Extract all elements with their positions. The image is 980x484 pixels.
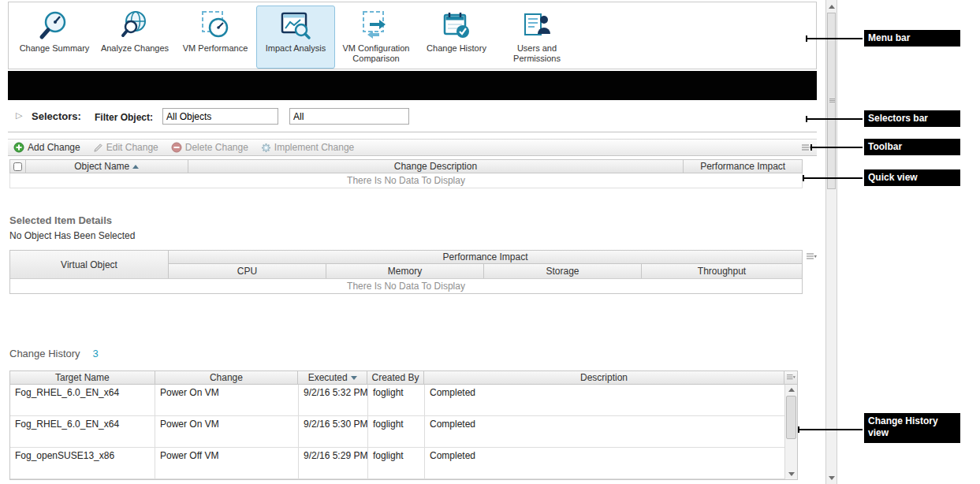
delete-change-button[interactable]: Delete Change	[171, 142, 248, 153]
menu-item-label: VM Performance	[183, 43, 248, 54]
menu-item-impact-analysis[interactable]: Impact Analysis	[256, 6, 335, 69]
callout-quick-view: Quick view	[864, 169, 960, 186]
change-history-customizer-icon[interactable]	[784, 371, 797, 384]
delete-icon	[171, 142, 182, 153]
change-history-body: Fog_RHEL_6.0_EN_x64 Power On VM 9/2/16 5…	[10, 385, 797, 479]
menu-item-users-and-permissions[interactable]: Users and Permissions	[497, 6, 576, 69]
menu-bar: Change Summary Analyze Changes	[8, 2, 817, 69]
change-history-scrollbar[interactable]	[784, 385, 797, 479]
callout-menu-bar: Menu bar	[864, 30, 960, 47]
selectors-label: Selectors:	[32, 110, 81, 122]
table-row[interactable]: Fog_RHEL_6.0_EN_x64 Power On VM 9/2/16 5…	[10, 416, 797, 448]
change-history-count: 3	[93, 348, 99, 359]
no-object-selected-text: No Object Has Been Selected	[9, 230, 135, 241]
menu-item-label: Analyze Changes	[101, 43, 169, 54]
menu-item-label: VM Configuration Comparison	[337, 43, 415, 64]
cell-description: Completed	[425, 448, 786, 478]
users-and-permissions-icon	[521, 9, 553, 41]
change-summary-icon	[39, 9, 70, 41]
implement-change-button[interactable]: Implement Change	[261, 142, 354, 153]
table-row[interactable]: Fog_openSUSE13_x86 Power Off VM 9/2/16 5…	[10, 448, 797, 479]
impact-analysis-icon	[280, 9, 311, 41]
cell-target-name: Fog_RHEL_6.0_EN_x64	[10, 416, 155, 447]
filter-scope-input[interactable]	[289, 108, 409, 125]
vm-configuration-comparison-icon	[360, 9, 392, 41]
callout-toolbar: Toolbar	[864, 139, 960, 155]
cell-target-name: Fog_openSUSE13_x86	[10, 448, 155, 478]
add-change-button[interactable]: Add Change	[13, 142, 80, 153]
column-header-change-description[interactable]: Change Description	[188, 160, 684, 173]
column-header-storage[interactable]: Storage	[484, 264, 642, 278]
impact-analysis-screen: Change Summary Analyze Changes	[0, 0, 980, 484]
scroll-up-icon[interactable]	[826, 1, 837, 12]
menu-item-change-history[interactable]: Change History	[417, 6, 496, 69]
cell-change: Power On VM	[155, 416, 299, 447]
column-header-cpu[interactable]: CPU	[169, 264, 326, 278]
scroll-down-icon[interactable]	[826, 472, 837, 483]
cell-target-name: Fog_RHEL_6.0_EN_x64	[10, 385, 155, 415]
details-customizer-icon[interactable]	[806, 252, 817, 262]
callout-line-selectors-bar	[806, 118, 863, 120]
callout-line-toolbar	[810, 147, 863, 148]
column-header-change[interactable]: Change	[155, 371, 299, 384]
column-header-performance-impact-group: Performance Impact	[169, 251, 802, 264]
quick-view-table: Object Name Change Description Performan…	[9, 159, 803, 188]
filter-object-input[interactable]	[162, 108, 278, 125]
column-header-description[interactable]: Description	[424, 371, 784, 384]
implement-change-label: Implement Change	[274, 142, 354, 153]
column-header-executed[interactable]: Executed	[298, 371, 367, 384]
column-header-performance-impact[interactable]: Performance Impact	[684, 160, 802, 173]
cell-description: Completed	[425, 416, 786, 447]
select-all-cell	[10, 160, 26, 173]
page-scrollbar[interactable]	[825, 0, 837, 484]
menu-item-vm-configuration-comparison[interactable]: VM Configuration Comparison	[337, 6, 415, 69]
scroll-down-icon[interactable]	[785, 469, 797, 479]
edit-change-button[interactable]: Edit Change	[93, 142, 158, 153]
vm-performance-icon	[199, 9, 231, 41]
quick-view-empty-message: There Is No Data To Display	[9, 173, 803, 188]
cell-created-by: foglight	[368, 448, 425, 478]
cell-change: Power On VM	[155, 385, 299, 415]
callout-line-change-history-view	[798, 429, 863, 430]
cell-created-by: foglight	[368, 385, 425, 415]
change-history-table: Target Name Change Executed Created By D…	[9, 370, 798, 480]
menu-item-label: Users and Permissions	[498, 43, 576, 64]
details-empty-message: There Is No Data To Display	[10, 278, 802, 293]
change-history-title: Change History3	[9, 348, 99, 359]
menu-item-vm-performance[interactable]: VM Performance	[176, 6, 255, 69]
select-all-checkbox[interactable]	[13, 162, 22, 171]
add-change-label: Add Change	[28, 142, 80, 153]
implement-icon	[261, 143, 271, 153]
cell-description: Completed	[425, 385, 786, 415]
scrollbar-thumb[interactable]	[786, 396, 796, 439]
menu-item-analyze-changes[interactable]: Analyze Changes	[95, 6, 174, 69]
selected-item-details-table: Virtual Object Performance Impact CPU Me…	[9, 250, 803, 294]
column-header-throughput[interactable]: Throughput	[642, 264, 802, 278]
sort-asc-icon	[132, 165, 139, 169]
callout-line-quick-view	[803, 177, 863, 179]
menu-item-label: Change Summary	[20, 43, 90, 54]
quick-view-header: Object Name Change Description Performan…	[9, 159, 803, 173]
callout-line-menu-bar	[806, 38, 863, 39]
edit-icon	[93, 143, 103, 153]
cell-created-by: foglight	[368, 416, 425, 447]
column-header-target-name[interactable]: Target Name	[10, 371, 155, 384]
column-header-memory[interactable]: Memory	[326, 264, 484, 278]
change-history-icon	[441, 9, 472, 41]
table-row[interactable]: Fog_RHEL_6.0_EN_x64 Power On VM 9/2/16 5…	[10, 385, 797, 416]
selected-item-details-title: Selected Item Details	[9, 214, 112, 226]
scroll-up-icon[interactable]	[785, 385, 797, 395]
toolbar: Add Change Edit Change Delete Change	[8, 139, 817, 156]
edit-change-label: Edit Change	[106, 142, 158, 153]
selectors-bar: ▷ Selectors: Filter Object:	[8, 102, 817, 132]
cell-executed: 9/2/16 5:29 PM	[299, 448, 368, 478]
column-header-object-name[interactable]: Object Name	[26, 160, 188, 173]
delete-change-label: Delete Change	[185, 142, 248, 153]
expander-icon[interactable]: ▷	[16, 110, 22, 121]
analyze-changes-icon	[119, 9, 151, 41]
menu-item-change-summary[interactable]: Change Summary	[15, 6, 94, 69]
cell-change: Power Off VM	[155, 448, 299, 478]
column-header-created-by[interactable]: Created By	[367, 371, 424, 384]
column-header-virtual-object[interactable]: Virtual Object	[10, 251, 169, 278]
sort-desc-icon	[351, 376, 357, 380]
